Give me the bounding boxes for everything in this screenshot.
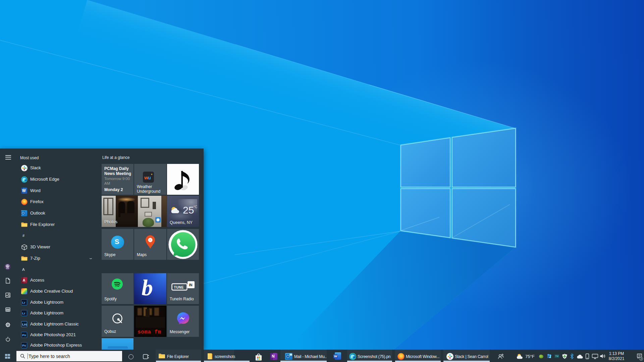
svg-text:TUNE: TUNE	[174, 286, 184, 289]
svg-text:IN: IN	[189, 283, 193, 287]
